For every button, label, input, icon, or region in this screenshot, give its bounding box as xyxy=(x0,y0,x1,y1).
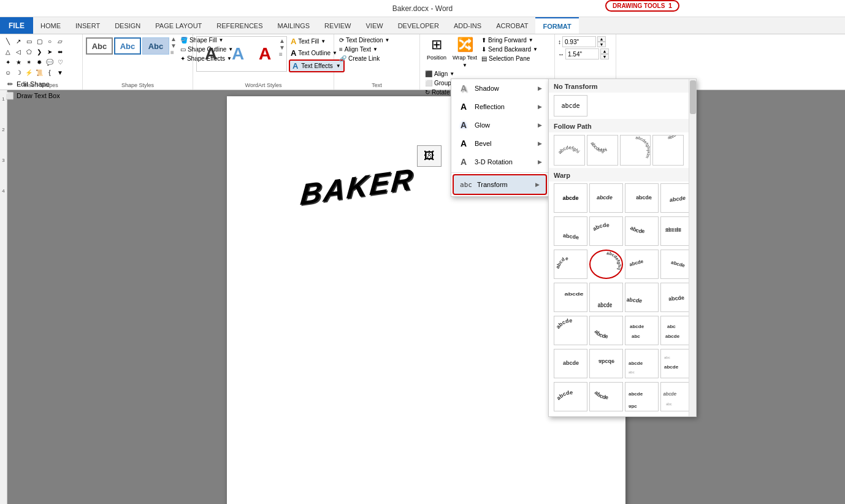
align-btn[interactable]: ⬛ Align ▼ xyxy=(423,70,460,78)
text-direction-btn[interactable]: ⟳ Text Direction ▼ xyxy=(337,36,392,44)
tab-review[interactable]: REVIEW xyxy=(317,17,358,34)
tab-page-layout[interactable]: PAGE LAYOUT xyxy=(148,17,209,34)
3d-rotation-item[interactable]: A 3-D Rotation ▶ xyxy=(451,153,548,171)
width-down[interactable]: ▼ xyxy=(600,54,609,59)
transform-item[interactable]: abc Transform ▶ xyxy=(453,174,547,195)
shape-chevron[interactable]: ❯ xyxy=(34,47,44,56)
warp-2-2[interactable]: abcde xyxy=(589,216,623,246)
warp-5-1[interactable]: abcde xyxy=(554,316,587,345)
send-backward-btn[interactable]: ⬇ Send Backward ▼ xyxy=(480,45,540,53)
warp-1-1[interactable]: abcde xyxy=(554,183,587,213)
shape-dblarrow[interactable]: ⬌ xyxy=(55,47,65,56)
width-up[interactable]: ▲ xyxy=(600,48,609,54)
wordart-sample-2[interactable]: A xyxy=(225,38,251,70)
tab-acrobat[interactable]: ACROBAT xyxy=(489,17,535,34)
shape-rtri[interactable]: ◁ xyxy=(13,47,23,56)
shape-more[interactable]: ▼ xyxy=(55,67,65,77)
glow-item[interactable]: A Glow ▶ xyxy=(451,116,548,134)
width-input[interactable] xyxy=(565,48,599,59)
wordart-sample-1[interactable]: A xyxy=(198,38,224,70)
reflection-item[interactable]: A Reflection ▶ xyxy=(451,97,548,116)
shape-smile[interactable]: ☺ xyxy=(3,67,13,77)
shadow-item[interactable]: A Shadow ▶ xyxy=(451,79,548,97)
shape-star5[interactable]: ★ xyxy=(13,57,23,67)
style-down[interactable]: ▼ xyxy=(170,43,177,49)
shape-callout[interactable]: 💬 xyxy=(45,57,55,67)
position-btn[interactable]: ⊞ Position xyxy=(423,36,450,61)
height-input[interactable] xyxy=(562,36,596,47)
warp-2-3[interactable]: abcde xyxy=(625,216,659,246)
bring-forward-arrow[interactable]: ▼ xyxy=(529,37,533,43)
warp-5-3[interactable]: abcdeabc xyxy=(625,316,659,345)
shape-tri[interactable]: △ xyxy=(3,47,13,56)
selection-pane-btn[interactable]: ▤ Selection Pane xyxy=(480,55,540,63)
tab-home[interactable]: HOME xyxy=(33,17,68,34)
warp-7-3[interactable]: abcdeabc xyxy=(625,382,659,411)
warp-4-3[interactable]: abcde xyxy=(625,283,659,312)
warp-7-1[interactable]: abcde xyxy=(554,382,587,411)
wordart-sample-3[interactable]: A xyxy=(252,38,278,70)
tab-references[interactable]: REFERENCES xyxy=(209,17,270,34)
draw-text-box-btn[interactable]: ⬜ Draw Text Box xyxy=(3,90,65,101)
document-scroll[interactable]: 🖼 BAKER xyxy=(7,90,845,504)
align-arrow[interactable]: ▼ xyxy=(449,71,454,77)
align-text-arrow[interactable]: ▼ xyxy=(373,47,378,52)
follow-path-1[interactable]: abcdefghi xyxy=(554,135,585,166)
shape-moon[interactable]: ☽ xyxy=(13,67,23,77)
align-text-btn[interactable]: ≡ Align Text ▼ xyxy=(337,45,392,53)
follow-path-2[interactable]: abcdefghi xyxy=(587,135,618,166)
shape-heart[interactable]: ♡ xyxy=(55,57,65,67)
baker-wordart[interactable]: BAKER xyxy=(299,162,416,212)
bring-forward-btn[interactable]: ⬆ Bring Forward ▼ xyxy=(480,36,540,44)
no-transform-sample[interactable]: abcde xyxy=(554,95,587,116)
follow-path-4[interactable]: abcdefghijklm xyxy=(652,135,684,166)
bevel-item[interactable]: A Bevel ▶ xyxy=(451,134,548,153)
shape-brace[interactable]: { xyxy=(45,67,55,77)
wrap-text-btn[interactable]: 🔀 Wrap Text ▼ xyxy=(451,36,478,69)
tab-add-ins[interactable]: ADD-INS xyxy=(446,17,489,34)
wordart-more[interactable]: ≡ xyxy=(279,52,285,58)
tab-insert[interactable]: INSERT xyxy=(68,17,107,34)
shape-parallelogram[interactable]: ▱ xyxy=(55,36,65,46)
text-direction-arrow[interactable]: ▼ xyxy=(385,37,390,43)
send-backward-arrow[interactable]: ▼ xyxy=(533,47,538,52)
tab-view[interactable]: VIEW xyxy=(359,17,391,34)
style-sample-1[interactable]: Abc xyxy=(86,37,113,55)
height-down[interactable]: ▼ xyxy=(597,42,606,47)
shapes-palette[interactable]: ╲ ↗ ▭ ▢ ○ ▱ △ ◁ ⬠ ❯ ➤ ⬌ ✦ xyxy=(3,36,65,77)
create-link-btn[interactable]: 🔗 Create Link xyxy=(337,55,392,63)
style-up[interactable]: ▲ xyxy=(170,36,177,42)
warp-4-2[interactable]: abcde xyxy=(589,283,623,312)
follow-path-3[interactable]: abcdefghijklm xyxy=(620,135,651,166)
warp-3-1[interactable]: abcde xyxy=(554,250,587,279)
warp-1-3[interactable]: abcde xyxy=(625,183,659,213)
panel-scrollbar-thumb[interactable] xyxy=(690,80,696,114)
warp-6-2[interactable]: abcde xyxy=(589,349,623,378)
panel-scrollbar[interactable] xyxy=(689,79,696,416)
warp-6-3[interactable]: abcdeabc xyxy=(625,349,659,378)
style-sample-3[interactable]: Abc xyxy=(142,37,169,55)
shape-banner[interactable]: 📜 xyxy=(34,67,44,77)
warp-1-2[interactable]: abcde xyxy=(589,183,623,213)
warp-2-1[interactable]: abcde xyxy=(554,216,587,246)
tab-developer[interactable]: DEVELOPER xyxy=(391,17,446,34)
shape-arrow[interactable]: ↗ xyxy=(13,36,23,46)
tab-design[interactable]: DESIGN xyxy=(107,17,148,34)
tab-file[interactable]: FILE xyxy=(0,17,33,34)
wordart-up[interactable]: ▲ xyxy=(279,38,285,44)
shape-circle[interactable]: ○ xyxy=(45,36,55,46)
warp-3-3[interactable]: abcde xyxy=(625,250,659,279)
warp-6-1[interactable]: abcde xyxy=(554,349,587,378)
shape-rect[interactable]: ▭ xyxy=(24,36,34,46)
text-fill-arrow[interactable]: ▼ xyxy=(321,39,326,44)
warp-4-1[interactable]: abcde xyxy=(554,283,587,312)
tab-format[interactable]: FORMAT xyxy=(535,17,578,34)
warp-5-2[interactable]: abcde xyxy=(589,316,623,345)
shape-star6[interactable]: ✶ xyxy=(24,57,34,67)
shape-penta[interactable]: ⬠ xyxy=(24,47,34,56)
style-more[interactable]: ≡ xyxy=(170,50,177,56)
shape-arrowblock[interactable]: ➤ xyxy=(45,47,55,56)
wordart-down[interactable]: ▼ xyxy=(279,45,285,51)
shape-explosion[interactable]: ✸ xyxy=(34,57,44,67)
tab-mailings[interactable]: MAILINGS xyxy=(270,17,318,34)
